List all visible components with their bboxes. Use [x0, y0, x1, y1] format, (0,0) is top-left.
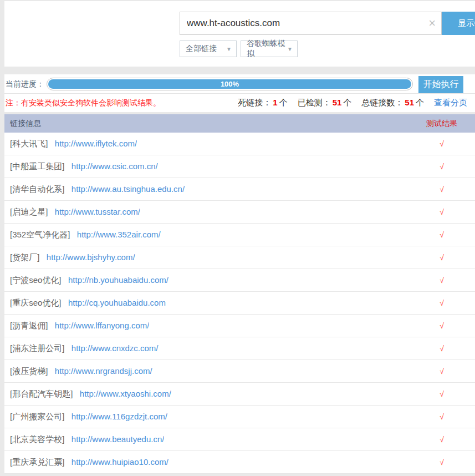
- site-url-link[interactable]: http://www.beautyedu.cn/: [71, 434, 165, 444]
- site-name: [中船重工集团]: [10, 161, 64, 171]
- page-content: × 显示链接 全部链接 ▼ 谷歌蜘蛛模拟 ▼ 当前进度： 100% 开始执行 注…: [4, 1, 475, 474]
- row-link-info: [邢台配汽车钥匙] http://www.xtyaoshi.com/: [4, 389, 171, 399]
- row-link-info: [重庆seo优化] http://cq.youhuabaidu.com: [4, 298, 166, 308]
- row-link-info: [沥青返佣] http://www.lffanyong.com/: [4, 321, 149, 331]
- table-row: [清华自动化系] http://www.au.tsinghua.edu.cn/ …: [4, 178, 475, 201]
- result-check-mark: √: [408, 162, 475, 171]
- table-row: [352空气净化器] http://www.352air.com/ √: [4, 224, 475, 246]
- site-url-link[interactable]: http://www.huipiao10.com/: [71, 457, 168, 467]
- result-check-mark: √: [408, 185, 475, 194]
- site-url-link[interactable]: http://cq.youhuabaidu.com: [68, 298, 166, 307]
- row-link-info: [重庆承兑汇票] http://www.huipiao10.com/: [4, 457, 168, 468]
- site-name: [邢台配汽车钥匙]: [10, 389, 73, 398]
- result-check-mark: √: [408, 230, 475, 239]
- total-links-stat: 总链接数：51个: [361, 98, 424, 108]
- checked-stat: 已检测：51个: [298, 98, 352, 108]
- show-links-button[interactable]: 显示链接: [442, 12, 475, 35]
- row-link-info: [广州搬家公司] http://www.116gzdzjt.com/: [4, 412, 167, 422]
- table-row: [重庆seo优化] http://cq.youhuabaidu.com √: [4, 292, 475, 315]
- result-check-mark: √: [408, 298, 475, 307]
- site-name: [重庆seo优化]: [10, 298, 62, 307]
- site-url-link[interactable]: http://www.xtyaoshi.com/: [80, 389, 171, 398]
- row-link-info: [科大讯飞] http://www.iflytek.com/: [4, 139, 137, 149]
- link-type-value: 全部链接: [186, 44, 217, 54]
- table-row: [科大讯飞] http://www.iflytek.com/ √: [4, 133, 475, 155]
- site-url-link[interactable]: http://www.bjshyhy.com/: [47, 252, 135, 262]
- stat-value: 51: [331, 98, 344, 107]
- result-check-mark: √: [408, 276, 475, 285]
- site-name: [清华自动化系]: [10, 184, 64, 194]
- row-link-info: [中船重工集团] http://www.csic.com.cn/: [4, 161, 158, 172]
- row-link-info: [352空气净化器] http://www.352air.com/: [4, 230, 161, 240]
- chevron-down-icon: ▼: [226, 46, 232, 52]
- stat-label: 已检测：: [298, 98, 331, 107]
- site-name: [货架厂]: [10, 252, 39, 262]
- stat-unit: 个: [416, 98, 424, 107]
- site-name: [广州搬家公司]: [10, 412, 64, 421]
- progress-row: 当前进度： 100% 开始执行: [4, 74, 475, 94]
- result-check-mark: √: [408, 344, 475, 353]
- row-link-info: [浦东注册公司] http://www.cnxdzc.com/: [4, 343, 159, 354]
- table-row: [邢台配汽车钥匙] http://www.xtyaoshi.com/ √: [4, 383, 475, 406]
- stat-value: 1: [271, 98, 279, 107]
- result-check-mark: √: [408, 253, 475, 262]
- search-panel: × 显示链接 全部链接 ▼ 谷歌蜘蛛模拟 ▼: [4, 1, 475, 67]
- site-url-link[interactable]: http://www.cnxdzc.com/: [71, 343, 159, 353]
- result-check-mark: √: [408, 207, 475, 216]
- site-url-link[interactable]: http://www.lffanyong.com/: [55, 321, 150, 330]
- site-name: [宁波seo优化]: [10, 275, 62, 285]
- filter-row: 全部链接 ▼ 谷歌蜘蛛模拟 ▼: [180, 40, 298, 57]
- table-row: [中船重工集团] http://www.csic.com.cn/ √: [4, 155, 475, 178]
- site-url-link[interactable]: http://www.nrgrandsjj.com/: [55, 366, 152, 376]
- stat-unit: 个: [343, 98, 351, 107]
- row-link-info: [北京美容学校] http://www.beautyedu.cn/: [4, 434, 164, 445]
- dead-links-stat: 死链接：1个: [238, 98, 287, 108]
- table-row: [液压货梯] http://www.nrgrandsjj.com/ √: [4, 360, 475, 383]
- link-type-dropdown[interactable]: 全部链接 ▼: [180, 40, 237, 57]
- progress-bar: 100%: [47, 78, 413, 90]
- progress-label: 当前进度：: [6, 79, 44, 89]
- spider-value: 谷歌蜘蛛模拟: [247, 39, 287, 59]
- row-link-info: [液压货梯] http://www.nrgrandsjj.com/: [4, 366, 152, 377]
- result-check-mark: √: [408, 435, 475, 444]
- site-name: [北京美容学校]: [10, 434, 64, 444]
- progress-fill: 100%: [48, 79, 411, 89]
- site-name: [352空气净化器]: [10, 230, 70, 239]
- table-row: [北京美容学校] http://www.beautyedu.cn/ √: [4, 428, 475, 451]
- result-check-mark: √: [408, 367, 475, 376]
- site-url-link[interactable]: http://www.tusstar.com/: [55, 207, 140, 216]
- status-row: 注：有安装类似安全狗软件会影响测试结果。 死链接：1个 已检测：51个 总链接数…: [4, 94, 475, 112]
- clear-icon[interactable]: ×: [428, 12, 436, 34]
- url-input[interactable]: [180, 13, 413, 34]
- site-name: [浦东注册公司]: [10, 343, 64, 353]
- result-check-mark: √: [408, 412, 475, 421]
- view-pagination-link[interactable]: 查看分页: [434, 98, 467, 108]
- search-row: × 显示链接: [180, 12, 475, 35]
- stat-unit: 个: [279, 98, 288, 107]
- site-url-link[interactable]: http://www.csic.com.cn/: [71, 161, 158, 171]
- search-box: ×: [180, 12, 442, 35]
- start-button[interactable]: 开始执行: [418, 76, 463, 93]
- chevron-down-icon: ▼: [287, 46, 293, 52]
- site-name: [液压货梯]: [10, 366, 48, 376]
- table-row: [宁波seo优化] http://nb.youhuabaidu.com/ √: [4, 269, 475, 292]
- site-url-link[interactable]: http://www.116gzdzjt.com/: [71, 412, 167, 421]
- site-name: [沥青返佣]: [10, 321, 48, 330]
- result-check-mark: √: [408, 139, 475, 148]
- table-row: [沥青返佣] http://www.lffanyong.com/ √: [4, 315, 475, 337]
- site-url-link[interactable]: http://www.iflytek.com/: [55, 139, 137, 148]
- progress-panel: 当前进度： 100% 开始执行 注：有安装类似安全狗软件会影响测试结果。 死链接…: [4, 74, 475, 112]
- spider-dropdown[interactable]: 谷歌蜘蛛模拟 ▼: [241, 40, 298, 57]
- spacer: [4, 67, 475, 74]
- stat-value: 51: [403, 98, 416, 107]
- result-check-mark: √: [408, 389, 475, 398]
- site-name: [启迪之星]: [10, 207, 48, 216]
- column-header-test-result: 测试结果: [408, 119, 475, 129]
- site-url-link[interactable]: http://nb.youhuabaidu.com/: [68, 275, 168, 285]
- site-url-link[interactable]: http://www.au.tsinghua.edu.cn/: [71, 184, 185, 194]
- row-link-info: [清华自动化系] http://www.au.tsinghua.edu.cn/: [4, 184, 185, 195]
- result-check-mark: √: [408, 458, 475, 467]
- row-link-info: [启迪之星] http://www.tusstar.com/: [4, 207, 140, 217]
- site-name: [重庆承兑汇票]: [10, 457, 64, 467]
- site-url-link[interactable]: http://www.352air.com/: [77, 230, 161, 239]
